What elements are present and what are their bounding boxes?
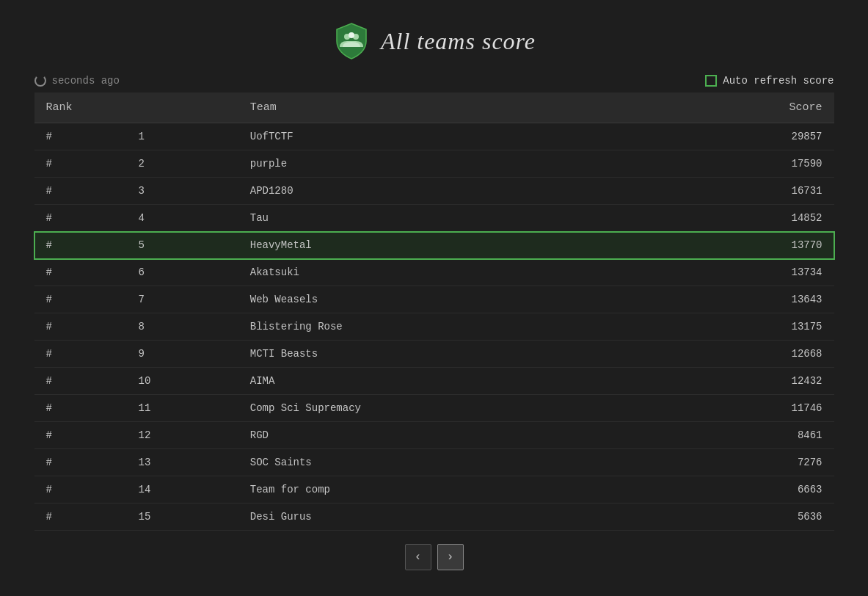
rank-number: 3 [127, 178, 238, 205]
team-header: Team [238, 92, 658, 123]
rank-number: 6 [127, 259, 238, 286]
rank-hash: # [34, 504, 127, 531]
rank-hash: # [34, 150, 127, 178]
team-name: Web Weasels [238, 286, 658, 313]
team-score: 8461 [657, 422, 834, 449]
shield-users-icon [332, 22, 371, 60]
table-row: # 13 SOC Saints 7276 [34, 449, 834, 476]
team-name: Comp Sci Supremacy [238, 395, 658, 422]
rank-number: 15 [127, 504, 238, 531]
rank-hash: # [34, 232, 127, 259]
rank-hash: # [34, 259, 127, 286]
page-header: All teams score [332, 22, 536, 60]
toolbar: seconds ago Auto refresh score [34, 75, 834, 87]
rank-hash: # [34, 449, 127, 476]
team-name: HeavyMetal [238, 232, 658, 259]
rank-number: 10 [127, 368, 238, 395]
rank-number: 5 [127, 232, 238, 259]
team-score: 6663 [657, 476, 834, 504]
rank-number: 13 [127, 449, 238, 476]
pagination: ‹ › [405, 544, 464, 570]
rank-hash: # [34, 476, 127, 504]
last-refresh-indicator: seconds ago [34, 75, 120, 87]
rank-hash: # [34, 286, 127, 313]
team-score: 13175 [657, 313, 834, 341]
team-name: Tau [238, 205, 658, 232]
team-name: Akatsuki [238, 259, 658, 286]
rank-number: 11 [127, 395, 238, 422]
rank-hash: # [34, 395, 127, 422]
rank-number: 9 [127, 341, 238, 368]
team-score: 13643 [657, 286, 834, 313]
auto-refresh-toggle[interactable]: Auto refresh score [705, 75, 834, 87]
table-row: # 10 AIMA 12432 [34, 368, 834, 395]
table-row: # 12 RGD 8461 [34, 422, 834, 449]
rank-number: 8 [127, 313, 238, 341]
rank-header: Rank [34, 92, 238, 123]
table-row: # 7 Web Weasels 13643 [34, 286, 834, 313]
team-name: purple [238, 150, 658, 178]
table-row: # 4 Tau 14852 [34, 205, 834, 232]
rank-hash: # [34, 368, 127, 395]
team-name: SOC Saints [238, 449, 658, 476]
team-score: 29857 [657, 123, 834, 150]
rank-number: 7 [127, 286, 238, 313]
rank-hash: # [34, 422, 127, 449]
last-refresh-text: seconds ago [52, 75, 120, 87]
team-score: 13770 [657, 232, 834, 259]
table-row: # 3 APD1280 16731 [34, 178, 834, 205]
team-score: 14852 [657, 205, 834, 232]
rank-number: 14 [127, 476, 238, 504]
page-title: All teams score [381, 28, 536, 55]
score-header: Score [657, 92, 834, 123]
team-name: MCTI Beasts [238, 341, 658, 368]
auto-refresh-label: Auto refresh score [723, 75, 834, 87]
table-header-row: Rank Team Score [34, 92, 834, 123]
team-score: 16731 [657, 178, 834, 205]
team-name: RGD [238, 422, 658, 449]
rank-hash: # [34, 178, 127, 205]
team-name: Team for comp [238, 476, 658, 504]
team-score: 12432 [657, 368, 834, 395]
table-row: # 5 HeavyMetal 13770 [34, 232, 834, 259]
team-score: 12668 [657, 341, 834, 368]
table-row: # 9 MCTI Beasts 12668 [34, 341, 834, 368]
prev-page-button[interactable]: ‹ [405, 544, 431, 570]
team-name: APD1280 [238, 178, 658, 205]
svg-point-2 [349, 32, 354, 38]
team-name: UofTCTF [238, 123, 658, 150]
rank-hash: # [34, 313, 127, 341]
table-row: # 11 Comp Sci Supremacy 11746 [34, 395, 834, 422]
team-name: Blistering Rose [238, 313, 658, 341]
rank-number: 1 [127, 123, 238, 150]
team-score: 11746 [657, 395, 834, 422]
table-row: # 1 UofTCTF 29857 [34, 123, 834, 150]
team-score: 5636 [657, 504, 834, 531]
rank-number: 12 [127, 422, 238, 449]
table-row: # 2 purple 17590 [34, 150, 834, 178]
refresh-icon [34, 75, 46, 87]
rank-number: 4 [127, 205, 238, 232]
team-score: 13734 [657, 259, 834, 286]
team-name: Desi Gurus [238, 504, 658, 531]
rank-hash: # [34, 341, 127, 368]
team-name: AIMA [238, 368, 658, 395]
table-row: # 14 Team for comp 6663 [34, 476, 834, 504]
team-score: 7276 [657, 449, 834, 476]
team-score: 17590 [657, 150, 834, 178]
rank-hash: # [34, 123, 127, 150]
next-page-button[interactable]: › [437, 544, 464, 570]
scoreboard-table: Rank Team Score # 1 UofTCTF 29857 # 2 pu… [34, 92, 834, 531]
auto-refresh-checkbox[interactable] [705, 75, 717, 87]
rank-number: 2 [127, 150, 238, 178]
table-row: # 15 Desi Gurus 5636 [34, 504, 834, 531]
table-row: # 6 Akatsuki 13734 [34, 259, 834, 286]
table-row: # 8 Blistering Rose 13175 [34, 313, 834, 341]
rank-hash: # [34, 205, 127, 232]
